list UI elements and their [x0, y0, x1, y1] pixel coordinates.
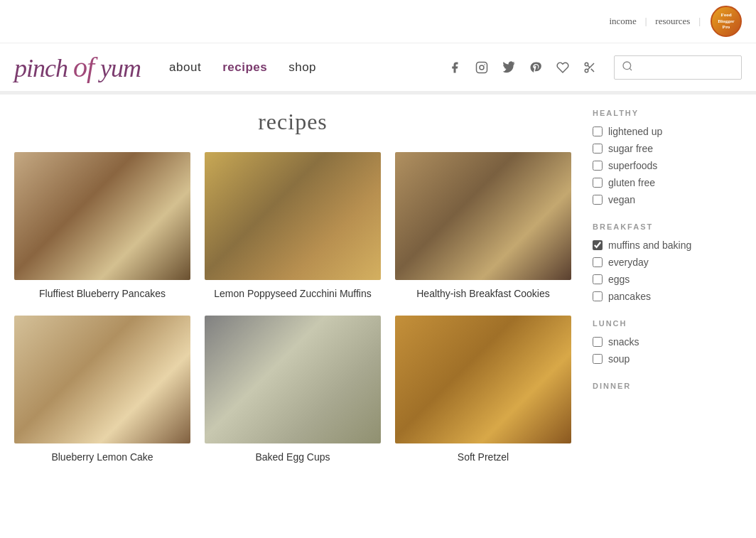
- sidebar-item-0-3[interactable]: gluten free: [593, 177, 742, 188]
- sidebar-checkbox-1-1[interactable]: [593, 257, 603, 267]
- recipe-title-2: Healthy-ish Breakfast Cookies: [395, 287, 571, 301]
- search-box[interactable]: [614, 55, 742, 80]
- recipe-image-0: [14, 152, 190, 280]
- sidebar-item-2-0[interactable]: snacks: [593, 336, 742, 348]
- sidebar-label-0-1: sugar free: [608, 143, 653, 154]
- sidebar-item-1-3[interactable]: pancakes: [593, 291, 742, 302]
- nav-shop[interactable]: shop: [288, 60, 316, 75]
- sidebar-item-0-4[interactable]: vegan: [593, 194, 742, 205]
- svg-line-7: [588, 65, 590, 68]
- recipe-card-0[interactable]: Fluffiest Blueberry Pancakes: [14, 152, 190, 301]
- sidebar-section-3: DINNER: [593, 382, 742, 390]
- logo-of: of: [73, 51, 100, 83]
- separator-1: |: [645, 16, 647, 27]
- recipe-card-5[interactable]: Soft Pretzel: [395, 316, 571, 465]
- sidebar-checkbox-1-2[interactable]: [593, 274, 603, 284]
- recipes-grid: Fluffiest Blueberry PancakesLemon Poppys…: [14, 152, 571, 464]
- sidebar-label-0-3: gluten free: [608, 177, 655, 188]
- logo-yum: yum: [100, 54, 141, 82]
- svg-point-1: [480, 65, 484, 70]
- sidebar-label-2-1: soup: [608, 353, 630, 365]
- recipe-title-1: Lemon Poppyseed Zucchini Muffins: [205, 287, 381, 301]
- sidebar: HEALTHYlightened upsugar freesuperfoodsg…: [593, 109, 742, 464]
- recipe-image-1: [205, 152, 381, 280]
- search-icon: [622, 60, 633, 75]
- sidebar-checkbox-2-0[interactable]: [593, 337, 603, 347]
- recipe-title-5: Soft Pretzel: [395, 451, 571, 465]
- recipe-card-4[interactable]: Baked Egg Cups: [205, 316, 381, 465]
- content-area: recipes Fluffiest Blueberry PancakesLemo…: [14, 109, 593, 464]
- food-blogger-badge[interactable]: FoodBloggerPro: [711, 6, 742, 37]
- sidebar-checkbox-0-2[interactable]: [593, 161, 603, 171]
- sidebar-item-0-2[interactable]: superfoods: [593, 160, 742, 171]
- sidebar-label-1-1: everyday: [608, 257, 649, 268]
- sidebar-label-0-0: lightened up: [608, 126, 662, 137]
- resources-link[interactable]: resources: [655, 16, 690, 27]
- recipe-card-2[interactable]: Healthy-ish Breakfast Cookies: [395, 152, 571, 301]
- recipe-image-2: [395, 152, 571, 280]
- sidebar-label-1-3: pancakes: [608, 291, 651, 302]
- svg-line-9: [630, 68, 632, 70]
- heart-icon[interactable]: [553, 58, 573, 77]
- logo[interactable]: pinch of yum: [14, 50, 141, 84]
- recipe-image-4: [205, 316, 381, 443]
- scissors-icon[interactable]: [580, 58, 600, 77]
- sidebar-item-1-2[interactable]: eggs: [593, 274, 742, 285]
- sidebar-label-2-0: snacks: [608, 336, 639, 348]
- recipe-card-1[interactable]: Lemon Poppyseed Zucchini Muffins: [205, 152, 381, 301]
- sidebar-item-0-1[interactable]: sugar free: [593, 143, 742, 154]
- header: pinch of yum about recipes shop: [0, 43, 756, 92]
- recipe-image-5: [395, 316, 571, 443]
- page-title: recipes: [14, 109, 571, 135]
- sidebar-label-0-2: superfoods: [608, 160, 657, 171]
- sidebar-item-1-1[interactable]: everyday: [593, 257, 742, 268]
- sidebar-label-0-4: vegan: [608, 194, 635, 205]
- separator-2: |: [698, 16, 701, 27]
- svg-rect-0: [477, 62, 487, 72]
- sidebar-label-1-0: muffins and baking: [608, 240, 691, 251]
- sidebar-checkbox-0-3[interactable]: [593, 178, 603, 188]
- svg-point-8: [623, 62, 631, 70]
- recipe-title-0: Fluffiest Blueberry Pancakes: [14, 287, 190, 301]
- sidebar-checkbox-2-1[interactable]: [593, 354, 603, 364]
- sidebar-section-title-1: BREAKFAST: [593, 222, 742, 231]
- recipe-title-4: Baked Egg Cups: [205, 451, 381, 465]
- main-nav: about recipes shop: [169, 60, 431, 75]
- sidebar-section-title-3: DINNER: [593, 382, 742, 390]
- svg-point-4: [585, 69, 588, 72]
- sidebar-section-title-2: LUNCH: [593, 319, 742, 328]
- svg-line-6: [591, 68, 594, 71]
- nav-recipes[interactable]: recipes: [222, 60, 267, 75]
- instagram-icon[interactable]: [472, 58, 492, 77]
- sidebar-item-0-0[interactable]: lightened up: [593, 126, 742, 137]
- sidebar-section-1: BREAKFASTmuffins and bakingeverydayeggsp…: [593, 222, 742, 302]
- sidebar-checkbox-1-0[interactable]: [593, 240, 603, 250]
- sidebar-checkbox-0-4[interactable]: [593, 195, 603, 205]
- logo-pinch: pinch: [14, 54, 68, 82]
- sidebar-checkbox-0-0[interactable]: [593, 127, 603, 136]
- recipe-title-3: Blueberry Lemon Cake: [14, 451, 190, 465]
- badge-text: FoodBloggerPro: [718, 12, 734, 30]
- search-input[interactable]: [633, 62, 734, 73]
- sidebar-checkbox-0-1[interactable]: [593, 144, 603, 154]
- sidebar-section-0: HEALTHYlightened upsugar freesuperfoodsg…: [593, 109, 742, 205]
- recipe-image-3: [14, 316, 190, 443]
- top-bar: income | resources | FoodBloggerPro: [0, 0, 756, 43]
- income-link[interactable]: income: [609, 16, 636, 27]
- social-icons: [445, 58, 600, 77]
- sidebar-section-2: LUNCHsnackssoup: [593, 319, 742, 365]
- recipe-card-3[interactable]: Blueberry Lemon Cake: [14, 316, 190, 465]
- facebook-icon[interactable]: [445, 58, 465, 77]
- sidebar-label-1-2: eggs: [608, 274, 630, 285]
- twitter-icon[interactable]: [499, 58, 519, 77]
- svg-point-3: [585, 63, 588, 66]
- sidebar-item-1-0[interactable]: muffins and baking: [593, 240, 742, 251]
- svg-point-2: [484, 64, 485, 65]
- pinterest-icon[interactable]: [526, 58, 546, 77]
- nav-about[interactable]: about: [169, 60, 201, 75]
- main-container: recipes Fluffiest Blueberry PancakesLemo…: [0, 95, 756, 464]
- sidebar-checkbox-1-3[interactable]: [593, 291, 603, 301]
- sidebar-item-2-1[interactable]: soup: [593, 353, 742, 365]
- sidebar-section-title-0: HEALTHY: [593, 109, 742, 117]
